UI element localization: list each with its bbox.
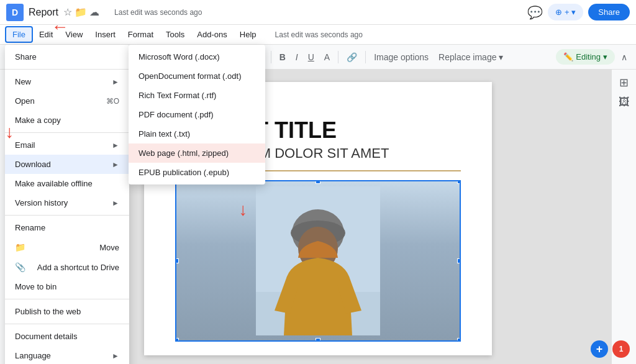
last-edit-menu: Last edit was seconds ago bbox=[275, 30, 363, 39]
menu-item-help[interactable]: Help bbox=[234, 27, 263, 42]
menu-item-addons[interactable]: Add-ons bbox=[191, 27, 233, 42]
last-edit-text: Last edit was seconds ago bbox=[114, 8, 202, 17]
right-table-icon[interactable]: ⊞ bbox=[619, 76, 629, 89]
dm-rtf[interactable]: Rich Text Format (.rtf) bbox=[129, 86, 265, 105]
image-options-button[interactable]: Image options bbox=[370, 50, 432, 65]
add-bottom-button[interactable]: + bbox=[591, 340, 608, 358]
image-handle-br[interactable] bbox=[457, 338, 461, 342]
fm-version-history[interactable]: Version history ► bbox=[5, 193, 129, 212]
doc-image[interactable]: ⬜ ⬜ ⬜ ⬜ ⬜ ⋮ bbox=[175, 180, 461, 342]
add-icon: ⊕ bbox=[555, 7, 562, 17]
folder-icon[interactable]: 📁 bbox=[75, 6, 87, 18]
menu-item-tools[interactable]: Tools bbox=[160, 27, 191, 42]
add-button[interactable]: ⊕ + ▾ bbox=[548, 4, 583, 20]
chevron-down-icon: ▾ bbox=[603, 52, 607, 61]
dm-pdf[interactable]: PDF document (.pdf) bbox=[129, 105, 265, 124]
person-svg bbox=[256, 186, 380, 335]
document-title: Report bbox=[29, 7, 58, 18]
person-figure bbox=[176, 181, 460, 340]
fm-divider-2 bbox=[5, 132, 129, 133]
image-handle-mr[interactable] bbox=[457, 258, 461, 263]
arrow-file-tab: ↑ bbox=[49, 23, 69, 32]
toolbar-separator-6 bbox=[365, 51, 366, 63]
notification-badge[interactable]: 1 bbox=[612, 340, 630, 358]
collapse-button[interactable]: ∧ bbox=[617, 50, 631, 65]
image-handle-bm[interactable] bbox=[316, 338, 320, 342]
fm-copy[interactable]: Make a copy bbox=[5, 111, 129, 130]
dm-txt[interactable]: Plain text (.txt) bbox=[129, 124, 265, 143]
link-button[interactable]: 🔗 bbox=[343, 50, 361, 65]
right-image-icon[interactable]: 🖼 bbox=[619, 96, 630, 109]
fm-download[interactable]: Download ► bbox=[5, 155, 129, 174]
fm-open[interactable]: Open ⌘O bbox=[5, 91, 129, 111]
image-handle-tr[interactable] bbox=[457, 180, 461, 184]
color-button[interactable]: A bbox=[320, 50, 334, 65]
dm-word[interactable]: Microsoft Word (.docx) bbox=[129, 47, 265, 66]
dm-html[interactable]: Web page (.html, zipped) bbox=[129, 143, 265, 163]
bold-button[interactable]: B bbox=[276, 50, 289, 65]
topbar: D Report ☆ 📁 ☁ Last edit was seconds ago… bbox=[0, 0, 636, 25]
cloud-icon[interactable]: ☁ bbox=[89, 6, 99, 18]
fm-language[interactable]: Language ► bbox=[5, 346, 129, 364]
image-handle-ml[interactable] bbox=[175, 258, 179, 263]
topbar-right: 💬 ⊕ + ▾ Share bbox=[527, 4, 630, 20]
fm-trash[interactable]: Move to bin bbox=[5, 277, 129, 296]
star-icon[interactable]: ☆ bbox=[63, 6, 72, 18]
menu-item-file[interactable]: File bbox=[5, 26, 33, 43]
fm-move[interactable]: 📁 Move bbox=[5, 237, 129, 257]
image-handle-tm[interactable] bbox=[316, 180, 320, 184]
menu-item-insert[interactable]: Insert bbox=[89, 27, 122, 42]
dm-odt[interactable]: OpenDocument format (.odt) bbox=[129, 66, 265, 86]
fm-email[interactable]: Email ► bbox=[5, 135, 129, 155]
italic-button[interactable]: I bbox=[292, 50, 302, 65]
replace-image-button[interactable]: Replace image ▾ bbox=[435, 50, 507, 65]
fm-divider-1 bbox=[5, 69, 129, 70]
fm-divider-3 bbox=[5, 215, 129, 216]
editing-button[interactable]: ✏️ Editing ▾ bbox=[556, 49, 615, 65]
menu-item-format[interactable]: Format bbox=[122, 27, 160, 42]
fm-shortcut[interactable]: 📎 Add a shortcut to Drive bbox=[5, 257, 129, 277]
share-button[interactable]: Share bbox=[588, 4, 630, 20]
docs-logo: D bbox=[6, 4, 24, 21]
fm-publish[interactable]: Publish to the web bbox=[5, 302, 129, 321]
arrow-download: ↑ bbox=[5, 124, 14, 144]
menubar: File Edit View Insert Format Tools Add-o… bbox=[0, 25, 636, 45]
dm-epub[interactable]: EPUB publication (.epub) bbox=[129, 163, 265, 182]
fm-doc-details[interactable]: Document details bbox=[5, 327, 129, 346]
fm-share[interactable]: Share bbox=[5, 47, 129, 66]
comments-button[interactable]: 💬 bbox=[527, 5, 543, 20]
pencil-icon: ✏️ bbox=[563, 52, 573, 61]
toolbar-separator-4 bbox=[271, 51, 271, 63]
fm-divider-5 bbox=[5, 324, 129, 324]
download-menu[interactable]: Microsoft Word (.docx) OpenDocument form… bbox=[129, 45, 265, 184]
fm-new[interactable]: New ► bbox=[5, 72, 129, 91]
fm-offline[interactable]: Make available offline bbox=[5, 174, 129, 193]
image-handle-bl[interactable] bbox=[175, 338, 179, 342]
fm-rename[interactable]: Rename bbox=[5, 218, 129, 237]
right-panel: ⊞ 🖼 bbox=[611, 70, 636, 364]
toolbar-separator-5 bbox=[338, 51, 338, 63]
fm-divider-4 bbox=[5, 299, 129, 299]
arrow-webpage: ↑ bbox=[238, 202, 247, 222]
underline-button[interactable]: U bbox=[304, 50, 318, 65]
